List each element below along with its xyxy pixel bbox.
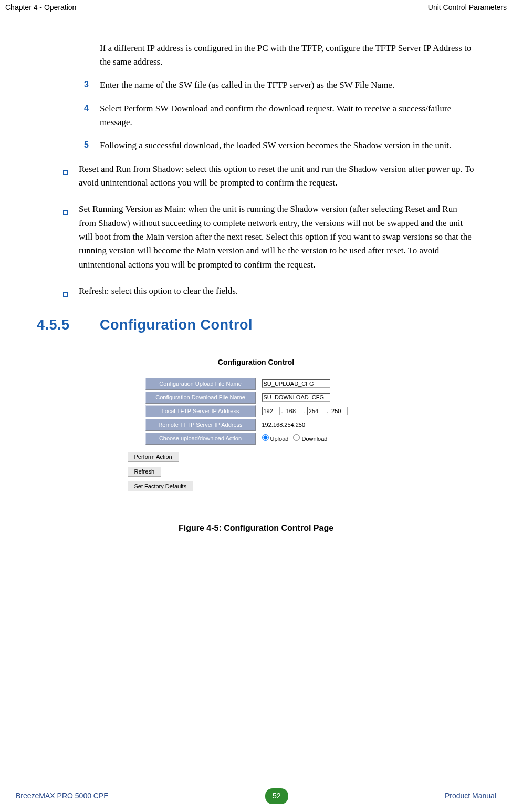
input-local-ip-oct2[interactable]: [285, 407, 302, 415]
step-number: 5: [84, 139, 100, 152]
input-upload-name[interactable]: [262, 379, 330, 388]
section-number: 4.5.5: [37, 314, 100, 336]
set-factory-defaults-button[interactable]: Set Factory Defaults: [128, 481, 194, 491]
step-text: Select Perform SW Download and confirm t…: [100, 102, 475, 130]
input-local-ip-oct4[interactable]: [330, 407, 348, 415]
radio-download[interactable]: [293, 434, 300, 441]
step-text: Following a successful download, the loa…: [100, 139, 475, 152]
row-local-ip: Local TFTP Server IP Address . . .: [145, 405, 367, 417]
bullet-reset-run-shadow: Reset and Run from Shadow: select this o…: [63, 162, 475, 190]
step-4: 4 Select Perform SW Download and confirm…: [84, 102, 475, 130]
bullet-set-running-main: Set Running Version as Main: when the un…: [63, 202, 475, 272]
step-number: 4: [84, 102, 100, 130]
square-bullet-icon: [63, 202, 79, 272]
input-local-ip-oct3[interactable]: [307, 407, 325, 415]
footer-right: Product Manual: [445, 790, 496, 802]
input-local-ip-oct1[interactable]: [262, 407, 280, 415]
bullet-text: Refresh: select this option to clear the…: [79, 284, 475, 301]
config-table: Configuration Upload File Name Configura…: [144, 376, 368, 446]
intro-paragraph: If a different IP address is configured …: [100, 42, 475, 69]
header-right: Unit Control Parameters: [428, 2, 507, 14]
page-number-badge: 52: [265, 788, 288, 804]
section-heading: 4.5.5 Configuration Control: [37, 314, 475, 336]
figure-caption: Figure 4-5: Configuration Control Page: [37, 522, 475, 535]
square-bullet-icon: [63, 162, 79, 190]
perform-action-button[interactable]: Perform Action: [128, 451, 179, 462]
bullet-refresh: Refresh: select this option to clear the…: [63, 284, 475, 301]
radio-upload-label: Upload: [270, 436, 289, 442]
radio-upload[interactable]: [262, 434, 269, 441]
row-upload-name: Configuration Upload File Name: [145, 378, 367, 390]
page-header: Chapter 4 - Operation Unit Control Param…: [0, 0, 512, 15]
label-remote-ip: Remote TFTP Server IP Address: [145, 419, 256, 431]
input-download-name[interactable]: [262, 393, 330, 402]
label-choose-action: Choose upload/download Action: [145, 433, 256, 445]
bullet-text: Set Running Version as Main: when the un…: [79, 202, 475, 272]
page-footer: BreezeMAX PRO 5000 CPE 52 Product Manual: [0, 788, 512, 804]
label-download-name: Configuration Download File Name: [145, 392, 256, 404]
step-number: 3: [84, 78, 100, 92]
row-download-name: Configuration Download File Name: [145, 392, 367, 404]
step-3: 3 Enter the name of the SW file (as call…: [84, 78, 475, 92]
label-upload-name: Configuration Upload File Name: [145, 378, 256, 390]
label-local-ip: Local TFTP Server IP Address: [145, 405, 256, 417]
header-left: Chapter 4 - Operation: [5, 2, 76, 14]
page-content: If a different IP address is configured …: [0, 15, 512, 546]
footer-left: BreezeMAX PRO 5000 CPE: [16, 790, 109, 802]
step-text: Enter the name of the SW file (as called…: [100, 78, 475, 92]
row-remote-ip: Remote TFTP Server IP Address 192.168.25…: [145, 419, 367, 431]
bullet-text: Reset and Run from Shadow: select this o…: [79, 162, 475, 190]
figure-4-5: Configuration Control Configuration Uplo…: [37, 357, 475, 535]
step-5: 5 Following a successful download, the l…: [84, 139, 475, 152]
square-bullet-icon: [63, 284, 79, 301]
figure-panel: Configuration Control Configuration Uplo…: [104, 357, 409, 496]
value-remote-ip: 192.168.254.250: [257, 419, 367, 431]
figure-heading: Configuration Control: [104, 357, 409, 371]
refresh-button[interactable]: Refresh: [128, 466, 162, 477]
row-choose-action: Choose upload/download Action Upload Dow…: [145, 433, 367, 445]
section-title: Configuration Control: [100, 314, 253, 336]
radio-download-label: Download: [302, 436, 328, 442]
